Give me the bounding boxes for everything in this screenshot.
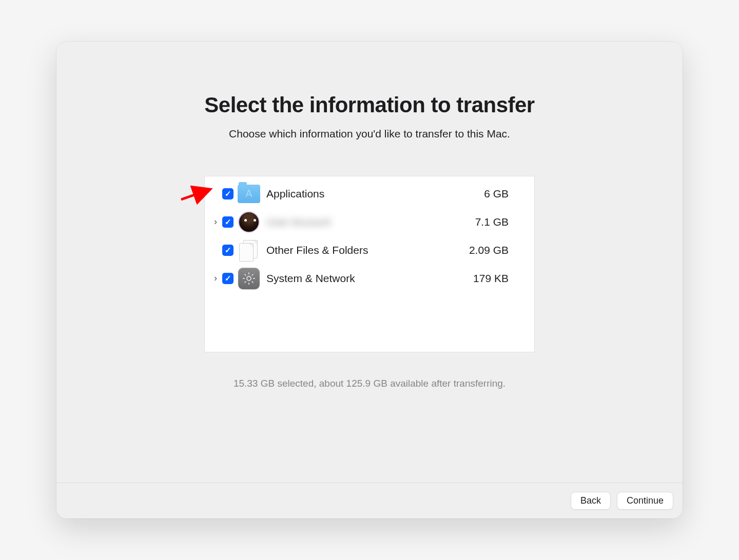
panel-wrapper: ✓ A Applications 6 GB › ✓ U	[204, 176, 535, 352]
user-avatar-icon	[238, 211, 260, 233]
item-size: 6 GB	[457, 188, 509, 200]
checkbox-applications[interactable]: ✓	[222, 188, 234, 199]
migration-assistant-window: Select the information to transfer Choos…	[56, 42, 683, 518]
checkbox-other-files[interactable]: ✓	[222, 245, 234, 256]
item-label: User Account	[266, 216, 457, 228]
item-size: 2.09 GB	[457, 244, 509, 256]
checkmark-icon: ✓	[225, 217, 231, 227]
footer-toolbar: Back Continue	[56, 483, 683, 518]
status-text: 15.33 GB selected, about 125.9 GB availa…	[234, 378, 505, 389]
checkbox-system-network[interactable]: ✓	[222, 273, 234, 284]
item-row-applications[interactable]: ✓ A Applications 6 GB	[205, 179, 534, 208]
page-title: Select the information to transfer	[204, 93, 534, 117]
item-label: Applications	[266, 188, 457, 200]
page-subtitle: Choose which information you'd like to t…	[229, 128, 510, 140]
system-preferences-icon	[238, 267, 260, 290]
item-size: 179 KB	[457, 272, 509, 285]
back-button[interactable]: Back	[571, 492, 611, 510]
documents-icon	[238, 239, 260, 262]
item-row-other-files[interactable]: ✓ Other Files & Folders 2.09 GB	[205, 236, 534, 264]
transfer-items-panel: ✓ A Applications 6 GB › ✓ U	[204, 176, 535, 352]
svg-point-2	[247, 276, 251, 281]
item-row-user[interactable]: › ✓ User Account 7.1 GB	[205, 208, 534, 236]
checkmark-icon: ✓	[225, 274, 231, 283]
expand-chevron-icon[interactable]: ›	[211, 273, 220, 284]
continue-button[interactable]: Continue	[617, 492, 673, 510]
item-size: 7.1 GB	[457, 216, 509, 228]
expand-chevron-icon[interactable]: ›	[211, 216, 220, 227]
content-area: Select the information to transfer Choos…	[56, 42, 683, 483]
checkmark-icon: ✓	[225, 246, 231, 255]
checkbox-user[interactable]: ✓	[222, 216, 234, 228]
applications-folder-icon: A	[238, 183, 260, 205]
item-row-system-network[interactable]: › ✓ System & Network 179 KB	[205, 264, 534, 292]
item-label: System & Network	[266, 272, 457, 285]
item-label: Other Files & Folders	[266, 244, 457, 256]
checkmark-icon: ✓	[225, 189, 231, 198]
